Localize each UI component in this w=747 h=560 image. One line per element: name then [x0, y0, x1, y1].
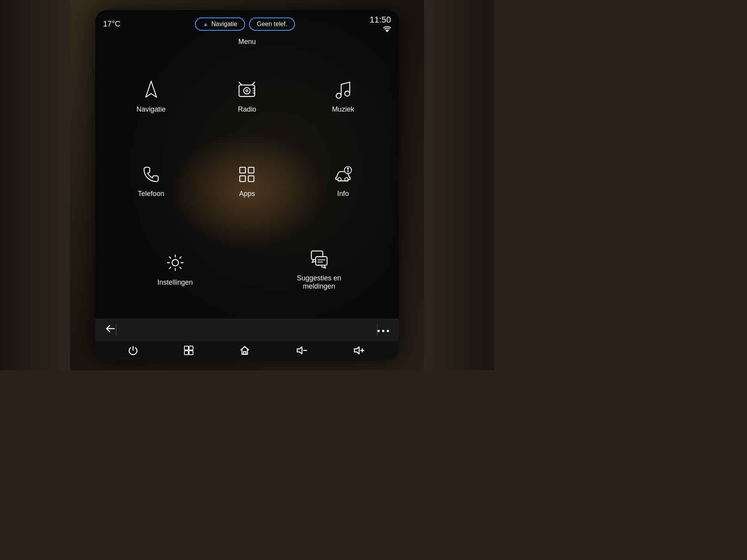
svg-point-30 — [377, 330, 380, 332]
status-bar: 17°C ▲ Navigatie Geen telef. 11:50 — [95, 10, 399, 36]
menu-item-suggesties[interactable]: Suggesties en meldingen — [284, 247, 354, 290]
menu-grid: Navigatie — [95, 50, 399, 319]
temperature-display: 17°C — [103, 19, 121, 28]
more-button[interactable] — [377, 325, 389, 335]
svg-rect-15 — [240, 167, 246, 173]
svg-point-24 — [172, 259, 179, 266]
svg-point-4 — [246, 89, 248, 92]
wifi-icon — [383, 26, 391, 33]
info-icon — [332, 163, 354, 186]
svg-point-3 — [244, 88, 251, 94]
menu-item-instellingen[interactable]: Instellingen — [140, 251, 210, 287]
menu-item-telefoon[interactable]: Telefoon — [116, 163, 186, 198]
suggestions-icon — [309, 247, 330, 270]
navigation-button[interactable]: ▲ Navigatie — [195, 18, 245, 31]
time-display: 11:50 — [370, 15, 391, 25]
telefoon-label: Telefoon — [138, 190, 164, 198]
phone-icon — [140, 163, 162, 186]
hard-buttons-row — [95, 340, 399, 360]
svg-rect-17 — [240, 176, 246, 182]
instellingen-label: Instellingen — [157, 278, 193, 287]
navigatie-label: Navigatie — [137, 105, 166, 114]
menu-item-navigatie[interactable]: Navigatie — [116, 78, 186, 114]
svg-line-14 — [341, 82, 350, 84]
svg-rect-2 — [239, 85, 255, 96]
radio-icon — [236, 78, 258, 102]
volume-down-button[interactable] — [296, 346, 307, 355]
svg-rect-18 — [249, 176, 254, 182]
menu-item-apps[interactable]: Apps — [212, 163, 282, 198]
menu-item-muziek[interactable]: Muziek — [308, 78, 378, 114]
svg-rect-16 — [249, 167, 254, 173]
svg-marker-38 — [297, 347, 302, 354]
svg-rect-33 — [184, 346, 188, 350]
svg-point-10 — [336, 93, 341, 98]
divider-left — [116, 324, 116, 336]
left-dashboard-panel — [0, 0, 70, 370]
right-dashboard-panel — [424, 0, 494, 370]
back-button[interactable] — [105, 324, 116, 335]
infotainment-screen: 17°C ▲ Navigatie Geen telef. 11:50 — [95, 10, 399, 360]
menu-row-2: Telefoon Apps — [103, 163, 391, 198]
menu-row-1: Navigatie — [103, 78, 391, 114]
menu-item-info[interactable]: Info — [308, 163, 378, 198]
svg-rect-34 — [189, 346, 193, 350]
svg-point-0 — [387, 31, 388, 32]
volume-up-button[interactable] — [353, 346, 366, 355]
suggesties-label: Suggesties en meldingen — [297, 274, 341, 290]
dashboard-background: 17°C ▲ Navigatie Geen telef. 11:50 — [0, 0, 494, 370]
menu-item-radio[interactable]: Radio — [212, 78, 282, 114]
power-button[interactable] — [128, 345, 138, 355]
phone-button[interactable]: Geen telef. — [249, 18, 295, 31]
muziek-label: Muziek — [332, 105, 354, 114]
svg-point-32 — [387, 330, 389, 332]
menu-button[interactable] — [184, 345, 194, 355]
settings-icon — [165, 251, 186, 275]
navigation-icon — [140, 78, 162, 102]
svg-rect-26 — [316, 257, 327, 265]
menu-row-3: Instellingen — [103, 247, 391, 290]
phone-button-label: Geen telef. — [257, 21, 287, 28]
navigation-button-label: Navigatie — [211, 21, 237, 28]
apps-icon — [236, 163, 258, 186]
svg-rect-37 — [244, 352, 246, 354]
svg-marker-40 — [354, 347, 359, 354]
bottom-soft-bar — [95, 319, 399, 340]
time-wifi-container: 11:50 — [370, 15, 391, 33]
apps-label: Apps — [239, 190, 255, 198]
header-buttons: ▲ Navigatie Geen telef. — [195, 18, 295, 31]
svg-rect-36 — [189, 351, 193, 355]
svg-rect-35 — [184, 351, 188, 355]
radio-label: Radio — [238, 105, 256, 114]
music-icon — [332, 78, 354, 102]
svg-point-11 — [345, 91, 350, 96]
svg-marker-1 — [146, 81, 157, 97]
svg-point-31 — [382, 330, 384, 332]
menu-title: Menu — [95, 36, 399, 50]
info-label: Info — [337, 190, 349, 198]
svg-point-22 — [347, 168, 349, 169]
nav-arrow-icon: ▲ — [203, 21, 208, 27]
home-button[interactable] — [240, 345, 250, 355]
